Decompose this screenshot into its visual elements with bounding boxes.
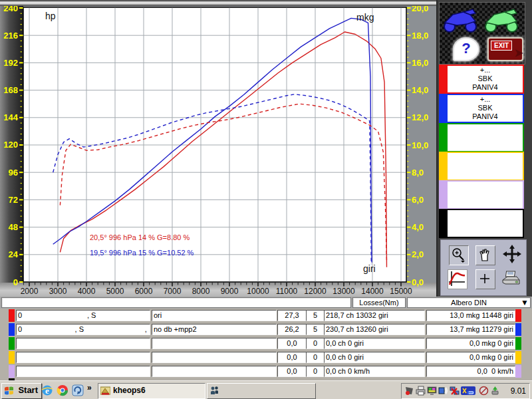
gear-field[interactable]: 0 — [306, 352, 325, 363]
max-torque-field[interactable]: 13,0 mkg 11448 giri — [426, 310, 515, 321]
legend-slot-3[interactable] — [439, 123, 524, 152]
taskbar-task-kheops6[interactable]: kheops6 — [98, 383, 205, 399]
run-name-field[interactable] — [152, 366, 277, 377]
tray-icon-network-disconnected[interactable] — [450, 386, 460, 396]
max-power-field[interactable]: 0,0 ch 0 giri — [324, 352, 425, 363]
quick-launch-overflow-chevron[interactable]: » — [87, 383, 92, 392]
blue-motorcycle-icon[interactable] — [441, 7, 479, 33]
runs-table: 0 , S ori 27,3 5 218,7 ch 13032 giri 13,… — [0, 309, 532, 380]
green-motorcycle-icon[interactable] — [482, 7, 521, 33]
pan-button[interactable] — [475, 245, 495, 265]
svg-text:0,0: 0,0 — [412, 277, 424, 287]
max-torque-field[interactable]: 0,0 0 km/h — [426, 366, 515, 377]
row-color-stripe — [9, 309, 15, 322]
max-power-field[interactable]: 218,7 ch 13032 giri — [324, 310, 425, 321]
run-name-field[interactable] — [152, 338, 277, 349]
svg-text:24: 24 — [9, 249, 19, 259]
curve-icon — [448, 270, 466, 287]
chrome-browser-icon[interactable] — [57, 384, 68, 396]
task-label: kheops6 — [113, 386, 146, 395]
svg-text:2,0: 2,0 — [412, 249, 424, 259]
curve-button[interactable] — [448, 269, 467, 289]
svg-text:168: 168 — [3, 85, 18, 95]
max-power-field[interactable]: 0,0 ch 0 km/h — [324, 366, 425, 377]
table-row: 0 , S ori 27,3 5 218,7 ch 13032 giri 13,… — [0, 310, 532, 323]
app-shortcut-icon[interactable] — [72, 384, 84, 396]
internet-explorer-icon[interactable]: e — [41, 384, 53, 396]
exit-icon: EXIT — [491, 41, 512, 51]
tray-icon-device-disabled[interactable] — [479, 386, 489, 396]
legend-line: SBK — [448, 74, 523, 83]
svg-text:19,5° 996 hPa 15 % G=10.5: 19,5° 996 hPa 15 % G=10.52 % — [90, 249, 194, 257]
move-button[interactable] — [502, 244, 521, 263]
run-name-field[interactable]: ori — [152, 310, 277, 321]
svg-text:hp: hp — [45, 11, 56, 21]
tray-icon-shield[interactable] — [404, 386, 414, 396]
temp-field[interactable]: 0,0 — [277, 352, 307, 363]
legend-slot-2[interactable]: +... SBK PANIV4 — [439, 94, 524, 123]
gear-field[interactable]: 5 — [306, 310, 325, 321]
temp-field[interactable]: 27,3 — [277, 310, 307, 321]
legend-slot-4[interactable] — [439, 152, 524, 181]
max-torque-field[interactable]: 13,7 mkg 11279 giri — [426, 324, 515, 335]
taskbar-clock: 9.01 — [511, 386, 526, 396]
sidebar: ? EXIT ➤ +... SBK PANIV4 +... SBK PANIV4 — [436, 0, 532, 297]
tray-icon-xear3d-audio[interactable] — [461, 386, 475, 396]
start-button[interactable]: Start — [1, 383, 42, 399]
max-torque-field[interactable]: 0,0 mkg 0 giri — [426, 338, 515, 349]
svg-text:mkg: mkg — [356, 12, 374, 23]
svg-text:192: 192 — [3, 58, 18, 68]
run-name-field[interactable]: no db +mpp2 — [152, 324, 277, 335]
max-power-field[interactable]: 0,0 ch 0 giri — [324, 338, 425, 349]
max-torque-field[interactable]: 0,0 mkg 0 giri — [426, 352, 515, 363]
taskbar-task-2[interactable] — [207, 383, 316, 399]
tray-icon-printer[interactable] — [416, 386, 426, 396]
temp-field[interactable]: 0,0 — [277, 366, 307, 377]
row-color-stripe — [9, 323, 15, 336]
svg-text:4,0: 4,0 — [412, 222, 424, 232]
tray-icon-audio-speaker[interactable] — [438, 386, 448, 396]
run-params-field[interactable]: 0 , S , — [16, 324, 150, 335]
exit-button[interactable]: EXIT ➤ — [487, 37, 523, 61]
table-row: 0 , S , no db +mpp2 26,2 5 230,7 ch 1326… — [0, 324, 532, 336]
comment-field[interactable] — [1, 297, 351, 308]
max-power-field[interactable]: 230,7 ch 13260 giri — [324, 324, 425, 335]
run-params-field[interactable] — [16, 366, 150, 377]
svg-text:72: 72 — [9, 195, 18, 205]
tray-icon-safely-remove[interactable] — [490, 386, 500, 396]
svg-text:15000: 15000 — [390, 287, 412, 296]
svg-text:8,0: 8,0 — [412, 168, 424, 178]
gear-field[interactable]: 0 — [306, 366, 325, 377]
run-params-field[interactable] — [16, 338, 150, 349]
crosshair-button[interactable] — [475, 269, 495, 289]
legend-color-stripe — [440, 210, 448, 237]
svg-text:2000: 2000 — [21, 287, 39, 296]
run-params-field[interactable] — [16, 352, 150, 363]
help-button[interactable]: ? — [453, 37, 479, 61]
chevron-down-icon[interactable]: ▼ — [521, 298, 529, 307]
svg-text:13000: 13000 — [332, 287, 355, 296]
svg-text:5000: 5000 — [106, 287, 124, 296]
legend-slot-1[interactable]: +... SBK PANIV4 — [439, 65, 524, 94]
legend-slot-6[interactable] — [439, 209, 524, 238]
svg-text:96: 96 — [9, 168, 18, 178]
legend-slot-5[interactable] — [439, 180, 524, 209]
run-name-field[interactable] — [152, 352, 277, 363]
svg-text:9000: 9000 — [221, 287, 239, 296]
losses-button[interactable]: Losses(Nm) — [352, 297, 406, 308]
start-label: Start — [18, 385, 38, 395]
row-color-stripe — [9, 365, 15, 378]
temp-field[interactable]: 0,0 — [277, 338, 307, 349]
tray-icon-display[interactable] — [427, 386, 437, 396]
dyno-app-screen: 0244872961201441681922162400,02,04,06,08… — [0, 0, 532, 399]
svg-text:18,0: 18,0 — [412, 31, 428, 41]
svg-text:20,0: 20,0 — [412, 6, 428, 13]
temp-field[interactable]: 26,2 — [277, 324, 307, 335]
shaft-type-dropdown[interactable]: Albero DIN ▼ — [407, 297, 531, 308]
gear-field[interactable]: 0 — [306, 338, 325, 349]
run-params-field[interactable]: 0 , S — [16, 310, 150, 321]
zoom-button[interactable] — [449, 245, 469, 265]
svg-text:240: 240 — [3, 6, 18, 13]
gear-field[interactable]: 5 — [306, 324, 325, 335]
print-button[interactable] — [501, 269, 519, 288]
